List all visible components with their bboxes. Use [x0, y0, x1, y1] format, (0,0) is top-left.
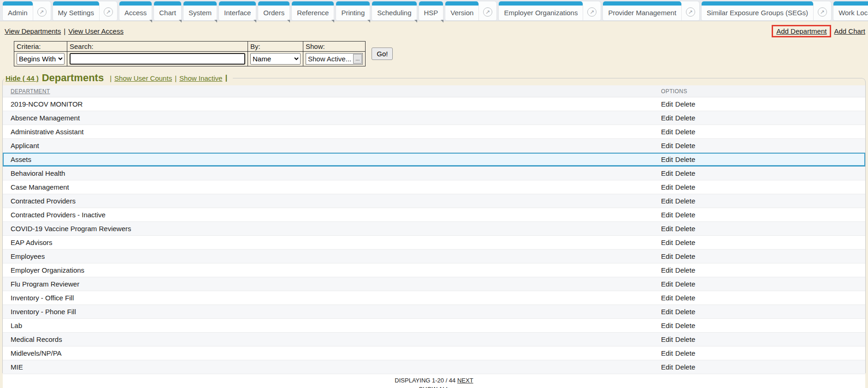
table-row[interactable]: MIE Edit Delete [3, 360, 865, 374]
nav-tab-label[interactable]: Orders [258, 1, 289, 20]
next-page-link[interactable]: NEXT [457, 377, 473, 384]
nav-tab[interactable]: Employer Organizations ↗ [499, 1, 601, 20]
nav-tab[interactable]: Orders ↗ [258, 1, 289, 20]
table-row[interactable]: Case Management Edit Delete [3, 180, 865, 194]
delete-link[interactable]: Delete [675, 128, 695, 136]
table-row[interactable]: Midlevels/NP/PA Edit Delete [3, 346, 865, 360]
show-filter-box[interactable]: Show Active... ... [306, 53, 363, 65]
nav-tab[interactable]: Similar Exposure Groups (SEGs) ↗ [702, 1, 831, 20]
table-row[interactable]: COVID-19 Vaccine Program Reviewers Edit … [3, 222, 865, 236]
nav-tab-label[interactable]: Chart [154, 1, 181, 20]
edit-link[interactable]: Edit [661, 197, 673, 205]
delete-link[interactable]: Delete [675, 114, 695, 122]
delete-link[interactable]: Delete [675, 308, 695, 316]
edit-link[interactable]: Edit [661, 294, 673, 302]
nav-tab[interactable]: Chart ↗ [154, 1, 181, 20]
nav-tab-label[interactable]: Access [119, 1, 152, 20]
edit-link[interactable]: Edit [661, 142, 673, 149]
nav-tab[interactable]: My Settings ↗ [53, 1, 117, 20]
edit-link[interactable]: Edit [661, 322, 673, 329]
show-filter-more-button[interactable]: ... [353, 54, 362, 64]
nav-tab-label[interactable]: Admin [3, 1, 33, 20]
show-inactive-link[interactable]: Show Inactive [179, 74, 222, 82]
add-chart-link[interactable]: Add Chart [834, 27, 865, 35]
edit-link[interactable]: Edit [661, 266, 673, 274]
table-row[interactable]: Inventory - Office Fill Edit Delete [3, 291, 865, 305]
edit-link[interactable]: Edit [661, 183, 673, 191]
edit-link[interactable]: Edit [661, 114, 673, 122]
edit-link[interactable]: Edit [661, 211, 673, 219]
edit-link[interactable]: Edit [661, 128, 673, 136]
table-row[interactable]: Medical Records Edit Delete [3, 333, 865, 346]
nav-tab-label[interactable]: Scheduling [372, 1, 416, 20]
table-row[interactable]: Inventory - Phone Fill Edit Delete [3, 305, 865, 319]
nav-tab-label[interactable]: My Settings [53, 1, 99, 20]
edit-link[interactable]: Edit [661, 308, 673, 316]
nav-tab-label[interactable]: Reference [292, 1, 334, 20]
nav-tab-label[interactable]: Employer Organizations [499, 1, 583, 20]
nav-tab[interactable]: Printing ↗ [336, 1, 370, 20]
nav-tab-label[interactable]: System [183, 1, 217, 20]
add-department-link[interactable]: Add Department [776, 27, 827, 35]
table-row[interactable]: Absence Management Edit Delete [3, 111, 865, 125]
nav-tab[interactable]: Scheduling ↗ [372, 1, 416, 20]
delete-link[interactable]: Delete [675, 280, 695, 288]
table-row[interactable]: EAP Advisors Edit Delete [3, 236, 865, 250]
edit-link[interactable]: Edit [661, 169, 673, 177]
nav-tab-label[interactable]: Printing [336, 1, 370, 20]
nav-tab-label[interactable]: Provider Management [603, 1, 681, 20]
edit-link[interactable]: Edit [661, 280, 673, 288]
delete-link[interactable]: Delete [675, 322, 695, 329]
table-row[interactable]: Flu Program Reviewer Edit Delete [3, 277, 865, 291]
table-row[interactable]: Assets Edit Delete [3, 153, 865, 167]
delete-link[interactable]: Delete [675, 335, 695, 343]
criteria-select[interactable]: Begins With [17, 53, 65, 65]
edit-link[interactable]: Edit [661, 252, 673, 260]
by-select[interactable]: Name [250, 53, 301, 65]
delete-link[interactable]: Delete [675, 363, 695, 371]
table-row[interactable]: Administrative Assistant Edit Delete [3, 125, 865, 139]
view-departments-link[interactable]: View Departments [5, 27, 61, 35]
delete-link[interactable]: Delete [675, 183, 695, 191]
popout-icon[interactable]: ↗ [681, 3, 699, 20]
edit-link[interactable]: Edit [661, 335, 673, 343]
delete-link[interactable]: Delete [675, 155, 695, 163]
go-button[interactable]: Go! [372, 48, 393, 60]
delete-link[interactable]: Delete [675, 266, 695, 274]
delete-link[interactable]: Delete [675, 239, 695, 246]
delete-link[interactable]: Delete [675, 197, 695, 205]
delete-link[interactable]: Delete [675, 225, 695, 233]
edit-link[interactable]: Edit [661, 225, 673, 233]
nav-tab-label[interactable]: HSP [419, 1, 443, 20]
table-row[interactable]: Contracted Providers Edit Delete [3, 194, 865, 208]
table-row[interactable]: 2019-NCOV MONITOR Edit Delete [3, 97, 865, 111]
popout-icon[interactable]: ↗ [99, 3, 117, 20]
nav-tab-label[interactable]: Interface [219, 1, 256, 20]
table-row[interactable]: Behavioral Health Edit Delete [3, 167, 865, 180]
nav-tab[interactable]: Admin ↗ [3, 1, 51, 20]
popout-icon[interactable]: ↗ [813, 3, 831, 20]
nav-tab[interactable]: HSP ↗ [419, 1, 443, 20]
nav-tab-label[interactable]: Version [445, 1, 478, 20]
popout-icon[interactable]: ↗ [33, 3, 51, 20]
department-column-header[interactable]: DEPARTMENT [3, 88, 661, 95]
delete-link[interactable]: Delete [675, 349, 695, 357]
search-input[interactable] [70, 53, 245, 65]
nav-tab-label[interactable]: Work Locations [833, 1, 868, 20]
nav-tab[interactable]: Work Locations ↗ [833, 1, 868, 20]
nav-tab[interactable]: Reference ↗ [292, 1, 334, 20]
delete-link[interactable]: Delete [675, 211, 695, 219]
popout-icon[interactable]: ↗ [478, 3, 496, 20]
nav-tab[interactable]: Provider Management ↗ [603, 1, 699, 20]
edit-link[interactable]: Edit [661, 239, 673, 246]
show-all-link[interactable]: SHOW ALL [419, 386, 449, 388]
edit-link[interactable]: Edit [661, 155, 673, 163]
edit-link[interactable]: Edit [661, 349, 673, 357]
show-user-counts-link[interactable]: Show User Counts [114, 74, 172, 82]
delete-link[interactable]: Delete [675, 142, 695, 149]
delete-link[interactable]: Delete [675, 169, 695, 177]
popout-icon[interactable]: ↗ [583, 3, 601, 20]
table-row[interactable]: Employees Edit Delete [3, 250, 865, 263]
delete-link[interactable]: Delete [675, 294, 695, 302]
nav-tab-label[interactable]: Similar Exposure Groups (SEGs) [702, 1, 813, 20]
